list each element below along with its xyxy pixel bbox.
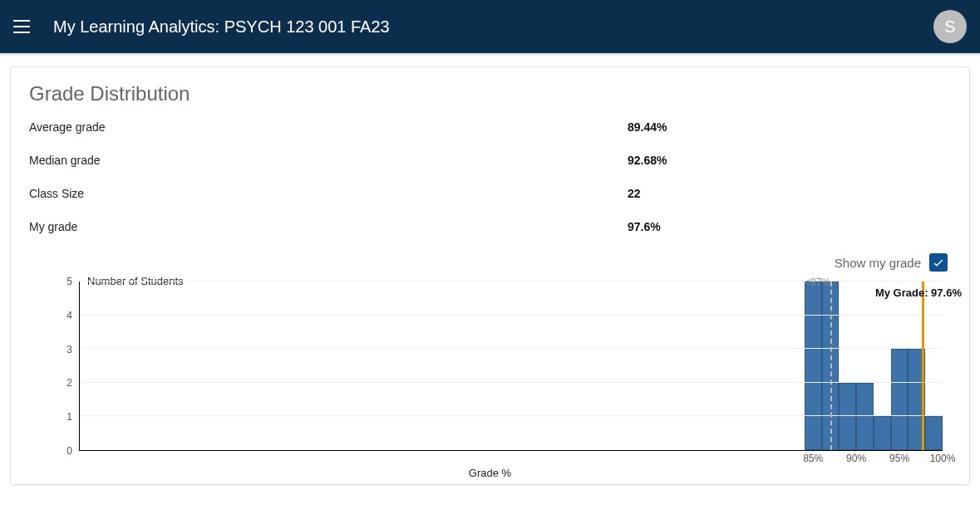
menu-icon[interactable] — [13, 17, 33, 37]
y-tick: 4 — [66, 310, 72, 321]
x-tick: 100% — [930, 453, 956, 464]
check-icon — [932, 256, 945, 269]
bar — [805, 282, 822, 450]
bar — [874, 416, 891, 450]
course-name: PSYCH 123 001 FA23 — [224, 17, 390, 36]
app-name: My Learning Analytics: — [53, 17, 219, 36]
stats-label: Average grade — [29, 120, 628, 134]
grade-distribution-card: Grade Distribution Average grade89.44%Me… — [10, 66, 970, 485]
cutoff-label: <87% — [805, 277, 830, 288]
stats-value: 22 — [628, 187, 641, 200]
my-grade-label: My Grade: 97.6% — [875, 287, 965, 299]
page-title: My Learning Analytics: PSYCH 123 001 FA2… — [53, 17, 390, 37]
y-tick: 5 — [66, 276, 72, 287]
x-tick: 95% — [889, 453, 909, 464]
gridline — [80, 315, 943, 316]
stats-label: Median grade — [29, 154, 628, 167]
stats-value: 89.44% — [628, 120, 667, 134]
gridline — [80, 415, 943, 416]
x-axis-label: Grade % — [469, 467, 511, 479]
stats-row: My grade97.6% — [29, 220, 951, 233]
stats-label: Class Size — [29, 187, 628, 200]
y-axis: 012345 — [29, 282, 79, 451]
stats-list: Average grade89.44%Median grade92.68%Cla… — [29, 120, 951, 233]
cutoff-line — [830, 282, 832, 450]
stats-value: 97.6% — [628, 220, 661, 233]
show-my-grade-toggle: Show my grade — [29, 253, 951, 272]
y-tick: 0 — [66, 445, 72, 457]
x-tick: 90% — [846, 453, 866, 464]
y-tick: 2 — [66, 377, 72, 389]
stats-row: Class Size22 — [29, 187, 951, 200]
stats-label: My grade — [29, 220, 628, 233]
avatar[interactable]: S — [933, 10, 967, 43]
gridline — [80, 348, 943, 349]
stats-row: Average grade89.44% — [29, 120, 951, 134]
show-my-grade-checkbox[interactable] — [929, 253, 948, 272]
gridline — [80, 382, 943, 383]
bar — [891, 349, 909, 450]
my-grade-line — [922, 282, 924, 450]
card-title: Grade Distribution — [29, 82, 951, 105]
bar — [839, 383, 856, 450]
header-shadow — [0, 53, 980, 56]
y-tick: 1 — [66, 411, 72, 423]
avatar-initial: S — [944, 17, 955, 37]
bars-layer — [80, 282, 943, 450]
header-left: My Learning Analytics: PSYCH 123 001 FA2… — [13, 17, 390, 37]
bar — [925, 416, 943, 450]
chart: Number of Students 012345 <87%My Grade: … — [29, 275, 951, 474]
plot-area: <87%My Grade: 97.6% — [79, 282, 943, 451]
toggle-label: Show my grade — [835, 256, 921, 270]
stats-value: 92.68% — [628, 154, 667, 167]
x-axis: 85%90%95%100% — [79, 453, 943, 466]
y-tick: 3 — [66, 344, 72, 355]
x-tick: 85% — [803, 453, 823, 464]
bar — [856, 383, 874, 450]
app-header: My Learning Analytics: PSYCH 123 001 FA2… — [0, 0, 980, 53]
stats-row: Median grade92.68% — [29, 154, 951, 167]
